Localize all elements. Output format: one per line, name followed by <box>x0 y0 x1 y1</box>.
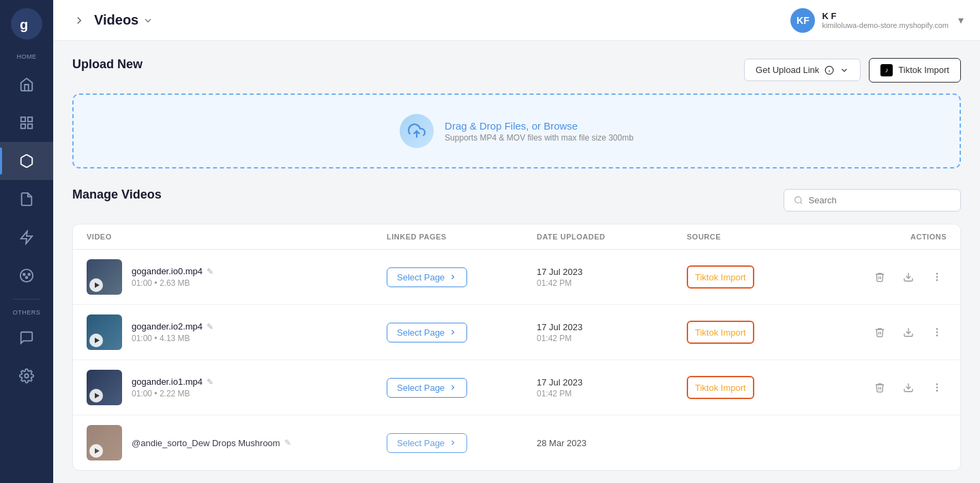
download-button-1[interactable] <box>899 267 918 287</box>
delete-button-1[interactable] <box>870 267 889 287</box>
sidebar-item-docs[interactable] <box>0 180 53 218</box>
palette-icon <box>19 268 34 283</box>
sidebar-item-box[interactable] <box>0 142 53 180</box>
download-button-2[interactable] <box>899 323 918 342</box>
search-icon <box>794 195 803 205</box>
source-text-3: Tiktok Import <box>695 383 746 393</box>
select-page-button-4[interactable]: Select Page <box>387 433 467 453</box>
svg-point-19 <box>936 276 937 277</box>
chat-icon <box>19 330 34 345</box>
svg-point-27 <box>936 387 937 387</box>
select-page-button-3[interactable]: Select Page <box>387 378 467 398</box>
date-main-3: 17 Jul 2023 <box>537 377 687 387</box>
dropzone-browse-link[interactable]: Browse <box>544 120 578 132</box>
col-header-linked: LINKED PAGES <box>387 233 537 241</box>
select-page-label: Select Page <box>397 438 445 448</box>
more-icon <box>932 382 942 393</box>
app-logo: g <box>11 8 42 40</box>
date-cell-3: 17 Jul 2023 01:42 PM <box>537 377 687 398</box>
edit-icon[interactable]: ✎ <box>284 438 291 448</box>
date-main-2: 17 Jul 2023 <box>537 322 687 332</box>
upload-section-header: Upload New Get Upload Link ♪ Tiktok Impo… <box>72 57 961 83</box>
search-input[interactable] <box>809 195 951 205</box>
linked-pages-cell-4: Select Page <box>387 433 537 453</box>
edit-icon[interactable]: ✎ <box>207 267 213 276</box>
more-button-1[interactable] <box>927 267 947 287</box>
linked-pages-cell-1: Select Page <box>387 267 537 287</box>
sidebar-others-label: OTHERS <box>0 304 53 319</box>
delete-button-2[interactable] <box>870 323 889 342</box>
date-main-4: 28 Mar 2023 <box>537 438 687 448</box>
more-button-3[interactable] <box>927 378 947 397</box>
date-time-3: 01:42 PM <box>537 389 687 398</box>
play-icon <box>89 334 103 347</box>
tiktok-icon: ♪ <box>880 64 893 76</box>
dropzone-sub-text: Supports MP4 & MOV files with max file s… <box>445 133 634 143</box>
svg-point-28 <box>936 390 937 391</box>
svg-point-9 <box>26 276 28 278</box>
video-cell-4: @andie_sorto_Dew Drops Mushroom ✎ <box>87 425 387 460</box>
video-cell-1: gogander.io0.mp4 ✎ 01:00 • 2.63 MB <box>87 259 387 295</box>
actions-cell-1 <box>775 267 947 287</box>
table-row: @andie_sorto_Dew Drops Mushroom ✎ Select… <box>73 415 960 470</box>
sidebar-toggle-button[interactable] <box>70 11 89 30</box>
video-name-text: gogander.io2.mp4 <box>132 321 203 332</box>
date-cell-4: 28 Mar 2023 <box>537 438 687 448</box>
delete-button-3[interactable] <box>870 378 889 397</box>
sidebar-item-grid[interactable] <box>0 104 53 142</box>
video-thumbnail-2 <box>87 314 122 350</box>
user-menu[interactable]: KF K F kimiloluwa-demo-store.myshopify.c… <box>790 8 964 33</box>
source-cell-1: Tiktok Import <box>687 265 775 289</box>
svg-marker-5 <box>21 231 33 244</box>
video-meta-3: 01:00 • 2.22 MB <box>132 389 213 398</box>
svg-point-15 <box>795 196 801 203</box>
select-page-button-1[interactable]: Select Page <box>387 267 467 287</box>
sidebar-item-bolt[interactable] <box>0 218 53 257</box>
chevron-right-icon <box>449 273 457 281</box>
source-highlight-box-1: Tiktok Import <box>687 265 754 289</box>
chevron-right-icon <box>449 383 457 392</box>
get-upload-link-button[interactable]: Get Upload Link <box>744 59 861 81</box>
trash-icon <box>874 327 885 338</box>
select-page-button-2[interactable]: Select Page <box>387 323 467 342</box>
download-button-3[interactable] <box>899 378 918 397</box>
topbar: Videos KF K F kimiloluwa-demo-store.mysh… <box>53 0 980 41</box>
svg-line-16 <box>800 202 801 203</box>
linked-pages-cell-3: Select Page <box>387 378 537 398</box>
source-cell-2: Tiktok Import <box>687 321 775 344</box>
sidebar-item-settings[interactable] <box>0 357 53 395</box>
video-info-3: gogander.io1.mp4 ✎ 01:00 • 2.22 MB <box>132 377 213 398</box>
manage-section-header: Manage Videos <box>72 188 961 213</box>
upload-dropzone[interactable]: Drag & Drop Files, or Browse Supports MP… <box>72 93 961 169</box>
trash-icon <box>874 272 885 282</box>
play-icon <box>89 389 103 402</box>
chevron-down-icon <box>840 65 849 75</box>
page-title: Videos <box>94 12 790 28</box>
tiktok-import-label: Tiktok Import <box>898 65 949 75</box>
source-highlight-box-2: Tiktok Import <box>687 321 754 344</box>
dropzone-text: Drag & Drop Files, or Browse Supports MP… <box>445 120 634 143</box>
sidebar-item-chat[interactable] <box>0 319 53 357</box>
search-bar[interactable] <box>784 189 961 211</box>
sidebar-item-palette[interactable] <box>0 257 53 295</box>
active-indicator <box>0 147 2 175</box>
user-name: K F <box>822 11 949 21</box>
edit-icon[interactable]: ✎ <box>207 322 213 332</box>
more-icon <box>932 327 942 338</box>
more-button-2[interactable] <box>927 323 947 342</box>
table-header: VIDEO LINKED PAGES DATE UPLOADED SOURCE … <box>73 224 960 250</box>
sidebar-item-home[interactable] <box>0 65 53 104</box>
tiktok-import-button[interactable]: ♪ Tiktok Import <box>869 58 961 83</box>
sidebar-home-label: HOME <box>0 48 53 63</box>
table-row: gogander.io0.mp4 ✎ 01:00 • 2.63 MB Selec… <box>73 250 960 305</box>
edit-icon[interactable]: ✎ <box>207 377 213 387</box>
user-store: kimiloluwa-demo-store.myshopify.com <box>822 21 949 29</box>
play-icon <box>89 444 103 458</box>
svg-text:g: g <box>20 17 28 32</box>
dropzone-drag-text: Drag & Drop Files, or <box>445 120 544 132</box>
table-row: gogander.io1.mp4 ✎ 01:00 • 2.22 MB Selec… <box>73 360 960 415</box>
video-thumbnail-1 <box>87 259 122 295</box>
video-info-1: gogander.io0.mp4 ✎ 01:00 • 2.63 MB <box>132 266 213 288</box>
video-meta-2: 01:00 • 4.13 MB <box>132 334 213 343</box>
col-header-actions: ACTIONS <box>775 233 947 241</box>
